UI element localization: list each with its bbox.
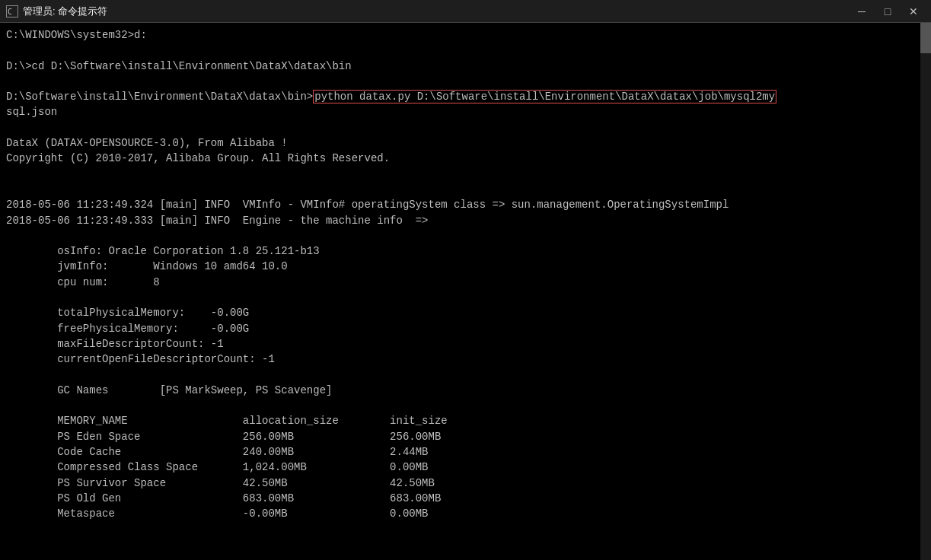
line-osinfo: osInfo: Oracle Corporation 1.8 25.121-b1…: [6, 243, 925, 259]
line-mem-code: Code Cache 240.00MB 2.44MB: [6, 444, 925, 460]
line-mem-metaspace: Metaspace -0.00MB 0.00MB: [6, 506, 925, 521]
line-blank-4: [6, 167, 925, 182]
title-bar: C 管理员: 命令提示符 ─ □ ✕: [0, 0, 931, 23]
window-controls: ─ □ ✕: [850, 4, 925, 19]
line-vminfo1: 2018-05-06 11:23:49.324 [main] INFO VMIn…: [6, 197, 925, 212]
line-blank-1: [6, 43, 925, 58]
line-blank-8: [6, 368, 925, 383]
line-gcnames: GC Names [PS MarkSweep, PS Scavenge]: [6, 383, 925, 398]
line-datax: DataX (DATAX-OPENSOURCE-3.0), From Aliba…: [6, 135, 925, 151]
line-curfile: currentOpenFileDescriptorCount: -1: [6, 352, 925, 367]
line-blank-6: [6, 228, 925, 243]
line-blank-7: [6, 290, 925, 305]
cmd-icon: C: [6, 5, 18, 18]
close-button[interactable]: ✕: [902, 4, 925, 19]
line-mem-survivor: PS Survivor Space 42.50MB 42.50MB: [6, 476, 925, 491]
line-blank-5: [6, 182, 925, 197]
maximize-button[interactable]: □: [876, 4, 899, 19]
scrollbar-track[interactable]: [920, 23, 931, 560]
line-2: D:\>cd D:\Software\install\Environment\D…: [6, 59, 925, 74]
line-copyright: Copyright (C) 2010-2017, Alibaba Group. …: [6, 151, 925, 166]
highlighted-command: python datax.py D:\Software\install\Envi…: [313, 90, 776, 103]
line-vminfo2: 2018-05-06 11:23:49.333 [main] INFO Engi…: [6, 213, 925, 228]
line-cpunum: cpu num: 8: [6, 275, 925, 290]
line-free-mem: freePhysicalMemory: -0.00G: [6, 321, 925, 336]
line-mem-old: PS Old Gen 683.00MB 683.00MB: [6, 491, 925, 506]
line-blank-2: [6, 74, 925, 89]
line-1: C:\WINDOWS\system32>d:: [6, 27, 925, 43]
line-maxfile: maxFileDescriptorCount: -1: [6, 336, 925, 352]
svg-text:C: C: [8, 8, 12, 16]
line-jvminfo: jvmInfo: Windows 10 amd64 10.0: [6, 259, 925, 274]
terminal-window: C:\WINDOWS\system32>d: D:\>cd D:\Softwar…: [0, 23, 931, 560]
line-cmd: D:\Software\install\Environment\DataX\da…: [6, 89, 925, 104]
prompt-text: D:\Software\install\Environment\DataX\da…: [6, 91, 313, 103]
line-mem-compressed: Compressed Class Space 1,024.00MB 0.00MB: [6, 460, 925, 475]
line-blank-3: [6, 120, 925, 135]
line-total-mem: totalPhysicalMemory: -0.00G: [6, 305, 925, 320]
scrollbar-thumb[interactable]: [920, 23, 931, 53]
line-cmd-wrap: sql.json: [6, 104, 925, 119]
window-title: 管理员: 命令提示符: [23, 5, 107, 18]
title-bar-left: C 管理员: 命令提示符: [6, 5, 107, 18]
minimize-button[interactable]: ─: [850, 4, 873, 19]
line-mem-header: MEMORY_NAME allocation_size init_size: [6, 413, 925, 428]
line-blank-9: [6, 398, 925, 413]
line-mem-eden: PS Eden Space 256.00MB 256.00MB: [6, 429, 925, 444]
